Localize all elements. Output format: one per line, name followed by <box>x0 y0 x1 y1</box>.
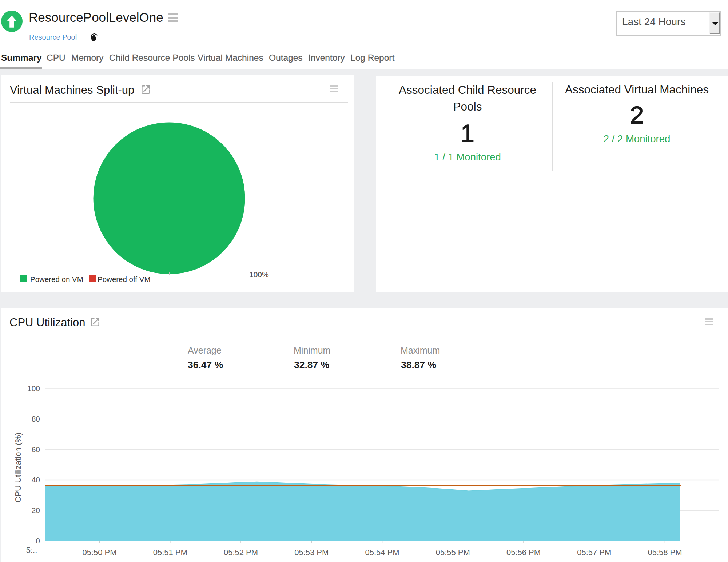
svg-text:80: 80 <box>32 415 40 423</box>
svg-text:CPU Utilization (%): CPU Utilization (%) <box>13 433 23 503</box>
svg-text:05:50 PM: 05:50 PM <box>82 548 116 557</box>
svg-text:100: 100 <box>27 384 40 392</box>
svg-text:05:56 PM: 05:56 PM <box>506 548 541 557</box>
svg-text:05:53 PM: 05:53 PM <box>294 548 329 557</box>
svg-text:0: 0 <box>36 537 40 545</box>
svg-text:40: 40 <box>32 475 40 484</box>
svg-text:05:54 PM: 05:54 PM <box>365 548 399 557</box>
svg-text:20: 20 <box>32 506 40 514</box>
svg-text:05:55 PM: 05:55 PM <box>436 548 470 557</box>
svg-text:05:57 PM: 05:57 PM <box>577 548 611 557</box>
svg-text:05:58 PM: 05:58 PM <box>648 548 682 557</box>
svg-text:05:52 PM: 05:52 PM <box>224 548 258 557</box>
svg-text:60: 60 <box>32 445 40 454</box>
svg-text:05:51 PM: 05:51 PM <box>153 548 187 557</box>
svg-text:100%: 100% <box>249 270 269 279</box>
svg-text:5:..: 5:.. <box>26 546 37 555</box>
